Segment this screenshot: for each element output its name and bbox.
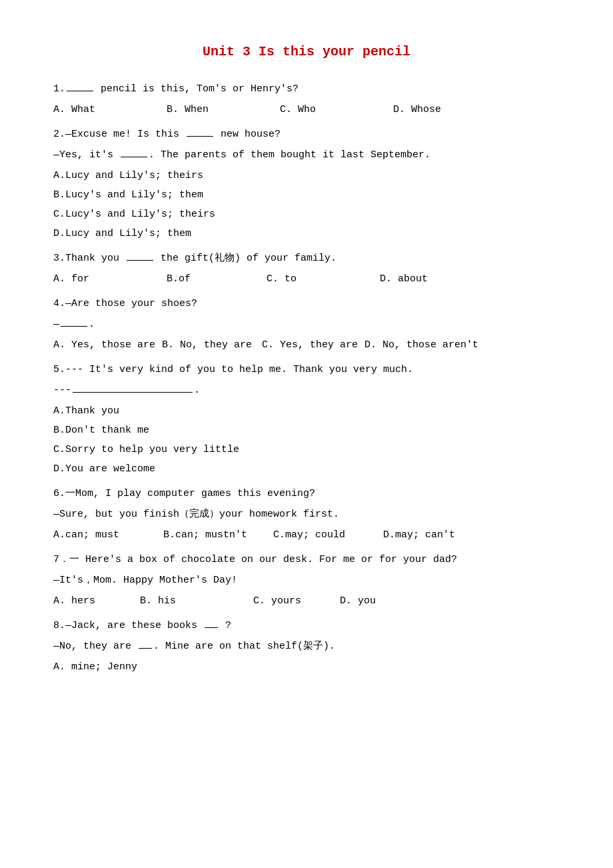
- q5-optB: B.Don't thank me: [53, 421, 560, 439]
- question-3: 3.Thank you the gift(礼物) of your family.…: [53, 249, 560, 288]
- q2-line2: —Yes, it's . The parents of them bought …: [53, 146, 560, 164]
- q2-optB: B.Lucy's and Lily's; them: [53, 186, 560, 204]
- question-5: 5.--- It's very kind of you to help me. …: [53, 361, 560, 478]
- page-title: Unit 3 Is this your pencil: [53, 40, 560, 64]
- q7-line1: 7．一 Here's a box of chocolate on our des…: [53, 551, 560, 569]
- q7-line2: —It's，Mom. Happy Mother's Day!: [53, 571, 560, 589]
- q4-line2: —.: [53, 315, 560, 333]
- q5-optC: C.Sorry to help you very little: [53, 441, 560, 459]
- question-1: 1. pencil is this, Tom's or Henry's? A. …: [53, 80, 560, 119]
- question-2: 2.—Excuse me! Is this new house? —Yes, i…: [53, 125, 560, 243]
- q5-line1: 5.--- It's very kind of you to help me. …: [53, 361, 560, 379]
- q2-line1: 2.—Excuse me! Is this new house?: [53, 125, 560, 143]
- q6-line2: —Sure, but you finish（完成）your homework f…: [53, 505, 560, 523]
- q1-options: A. What B. When C. Who D. Whose: [53, 101, 560, 119]
- q6-options: A.can; must B.can; mustn't C.may; could …: [53, 526, 560, 544]
- q5-optD: D.You are welcome: [53, 460, 560, 478]
- q8-line2: —No, they are . Mine are on that shelf(架…: [53, 637, 560, 655]
- q4-options: A. Yes, those are B. No, they are C. Yes…: [53, 336, 560, 354]
- q2-optA: A.Lucy and Lily's; theirs: [53, 167, 560, 185]
- question-4: 4.—Are those your shoes? —. A. Yes, thos…: [53, 295, 560, 354]
- q5-optA: A.Thank you: [53, 402, 560, 420]
- q7-options: A. hers B. his C. yours D. you: [53, 592, 560, 610]
- q2-optD: D.Lucy and Lily's; them: [53, 225, 560, 243]
- question-6: 6.一Mom, I play computer games this eveni…: [53, 485, 560, 544]
- q8-line1: 8.—Jack, are these books ?: [53, 617, 560, 635]
- question-7: 7．一 Here's a box of chocolate on our des…: [53, 551, 560, 610]
- q6-line1: 6.一Mom, I play computer games this eveni…: [53, 485, 560, 503]
- q3-options: A. for B.of C. to D. about: [53, 270, 560, 288]
- q1-stem: 1. pencil is this, Tom's or Henry's?: [53, 80, 560, 98]
- q4-line1: 4.—Are those your shoes?: [53, 295, 560, 313]
- q8-optA: A. mine; Jenny: [53, 658, 560, 676]
- q5-line2: ---.: [53, 381, 560, 399]
- q3-stem: 3.Thank you the gift(礼物) of your family.: [53, 249, 560, 267]
- question-8: 8.—Jack, are these books ? —No, they are…: [53, 617, 560, 676]
- q2-optC: C.Lucy's and Lily's; theirs: [53, 205, 560, 223]
